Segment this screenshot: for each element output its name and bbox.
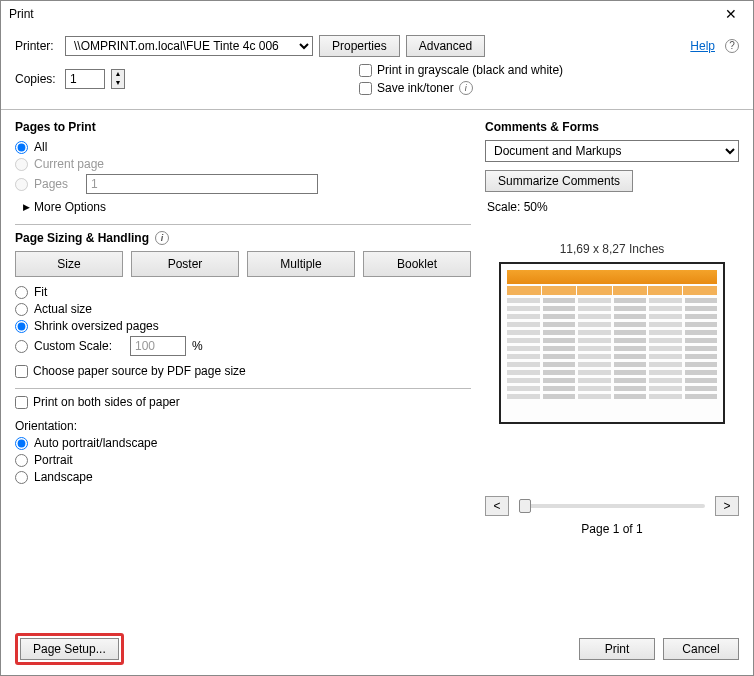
pages-radio	[15, 178, 28, 191]
comments-forms-title: Comments & Forms	[485, 120, 739, 134]
printer-label: Printer:	[15, 39, 59, 53]
copies-label: Copies:	[15, 72, 59, 86]
grayscale-label: Print in grayscale (black and white)	[377, 63, 563, 77]
size-button[interactable]: Size	[15, 251, 123, 277]
shrink-label: Shrink oversized pages	[34, 319, 159, 333]
page-slider[interactable]	[519, 504, 705, 508]
pages-to-print-title: Pages to Print	[15, 120, 471, 134]
help-link[interactable]: Help	[690, 39, 715, 53]
choose-paper-checkbox[interactable]	[15, 365, 28, 378]
grayscale-checkbox[interactable]	[359, 64, 372, 77]
copies-input[interactable]	[65, 69, 105, 89]
more-options-label: More Options	[34, 200, 106, 214]
advanced-button[interactable]: Advanced	[406, 35, 485, 57]
pages-input	[86, 174, 318, 194]
prev-page-button[interactable]: <	[485, 496, 509, 516]
shrink-radio[interactable]	[15, 320, 28, 333]
duplex-label: Print on both sides of paper	[33, 395, 180, 409]
comments-forms-select[interactable]: Document and Markups	[485, 140, 739, 162]
saveink-checkbox[interactable]	[359, 82, 372, 95]
chevron-right-icon: ▶	[23, 202, 30, 212]
all-radio[interactable]	[15, 141, 28, 154]
landscape-radio[interactable]	[15, 471, 28, 484]
info-icon[interactable]: i	[155, 231, 169, 245]
actual-label: Actual size	[34, 302, 92, 316]
close-button[interactable]: ✕	[717, 6, 745, 22]
pages-label: Pages	[34, 177, 80, 191]
poster-button[interactable]: Poster	[131, 251, 239, 277]
booklet-button[interactable]: Booklet	[363, 251, 471, 277]
landscape-label: Landscape	[34, 470, 93, 484]
print-button[interactable]: Print	[579, 638, 655, 660]
all-label: All	[34, 140, 47, 154]
auto-orient-label: Auto portrait/landscape	[34, 436, 157, 450]
choose-paper-label: Choose paper source by PDF page size	[33, 364, 246, 378]
copies-spinner[interactable]: ▲▼	[111, 69, 125, 89]
help-icon[interactable]: ?	[725, 39, 739, 53]
sizing-title: Page Sizing & Handling	[15, 231, 149, 245]
summarize-comments-button[interactable]: Summarize Comments	[485, 170, 633, 192]
printer-select[interactable]: \\OMPRINT.om.local\FUE Tinte 4c 006	[65, 36, 313, 56]
orientation-title: Orientation:	[15, 419, 471, 433]
actual-radio[interactable]	[15, 303, 28, 316]
properties-button[interactable]: Properties	[319, 35, 400, 57]
window-title: Print	[9, 7, 717, 21]
custom-scale-input	[130, 336, 186, 356]
saveink-label: Save ink/toner	[377, 81, 454, 95]
print-preview	[499, 262, 725, 424]
current-radio	[15, 158, 28, 171]
portrait-label: Portrait	[34, 453, 73, 467]
auto-orient-radio[interactable]	[15, 437, 28, 450]
fit-radio[interactable]	[15, 286, 28, 299]
multiple-button[interactable]: Multiple	[247, 251, 355, 277]
duplex-checkbox[interactable]	[15, 396, 28, 409]
custom-scale-radio[interactable]	[15, 340, 28, 353]
fit-label: Fit	[34, 285, 47, 299]
dimensions-label: 11,69 x 8,27 Inches	[485, 242, 739, 256]
page-indicator: Page 1 of 1	[485, 522, 739, 536]
page-setup-button[interactable]: Page Setup...	[20, 638, 119, 660]
scale-readout: Scale: 50%	[487, 200, 739, 214]
custom-scale-label: Custom Scale:	[34, 339, 124, 353]
info-icon[interactable]: i	[459, 81, 473, 95]
portrait-radio[interactable]	[15, 454, 28, 467]
percent-label: %	[192, 339, 203, 353]
next-page-button[interactable]: >	[715, 496, 739, 516]
more-options-toggle[interactable]: ▶ More Options	[23, 200, 471, 214]
current-label: Current page	[34, 157, 104, 171]
cancel-button[interactable]: Cancel	[663, 638, 739, 660]
